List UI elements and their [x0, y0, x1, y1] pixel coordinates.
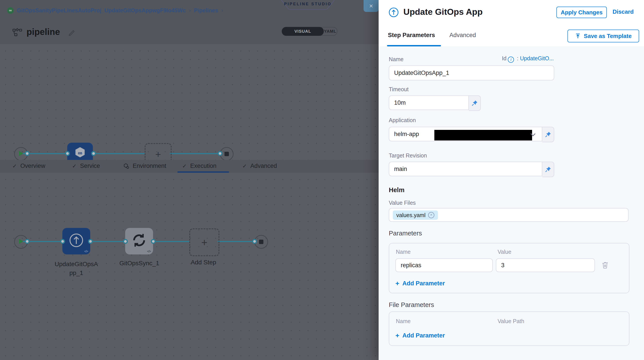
drawer-header: Update GitOps App Apply Changes Discard [378, 0, 644, 26]
close-drawer-button[interactable]: × [364, 0, 378, 12]
stop-icon [224, 152, 229, 156]
step-node-gitops-sync[interactable]: </> [125, 228, 153, 254]
info-icon[interactable]: i [508, 56, 514, 63]
value-file-chip: values.yaml × [393, 210, 438, 220]
breadcrumb-project-link[interactable]: GitOpsSanityPipeLinesAutoProj_UpdateGitO… [17, 7, 186, 14]
connector-line [170, 153, 220, 154]
pushpin-icon [545, 131, 551, 138]
add-step-button[interactable]: + [189, 228, 220, 256]
svg-text:∞: ∞ [78, 150, 82, 156]
play-icon [19, 151, 23, 156]
node-port[interactable] [218, 151, 222, 156]
tab-advanced[interactable]: Advanced [450, 32, 476, 39]
breadcrumb-pipelines-link[interactable]: Pipelines [194, 7, 218, 14]
node-port[interactable] [252, 239, 257, 244]
tab-label: Environment [133, 163, 166, 170]
pipeline-studio-canvas-area: ∞ GitOpsSanityPipeLinesAutoProj_UpdateGi… [0, 0, 379, 360]
step-parameters-form: Name Idi : UpdateGitO... Timeout Applica… [378, 46, 644, 360]
pushpin-icon [545, 166, 551, 173]
file-parameters-heading: File Parameters [389, 301, 434, 309]
pushpin-icon [471, 100, 478, 106]
node-port[interactable] [60, 239, 65, 244]
step-config-drawer: Update GitOps App Apply Changes Discard … [378, 0, 644, 360]
application-select[interactable]: helm-app [389, 127, 542, 141]
id-value-link[interactable]: UpdateGitO... [520, 55, 554, 61]
id-separator: : [517, 55, 518, 61]
discard-button[interactable]: Discard [612, 8, 634, 15]
pipeline-header: pipeline VISUAL YAML [0, 21, 379, 45]
node-port[interactable] [151, 239, 156, 244]
step-node-update-gitops-app[interactable]: </> [62, 228, 90, 254]
tab-label: Advanced [250, 163, 277, 170]
stop-icon [259, 240, 264, 244]
save-as-template-label: Save as Template [584, 33, 632, 39]
file-param-value-path-header: Value Path [498, 318, 524, 325]
execution-canvas[interactable]: </> </> + UpdateGit [0, 173, 379, 360]
timeout-input[interactable] [389, 95, 469, 110]
pipeline-studio-badge: PIPELINE STUDIO [280, 0, 335, 10]
node-port[interactable] [25, 151, 30, 156]
timeout-pin-button[interactable] [469, 95, 481, 111]
add-parameter-label: Add Parameter [402, 332, 445, 339]
check-icon: ✓ [12, 163, 17, 169]
name-input[interactable] [389, 65, 554, 80]
code-badge-icon: </> [84, 250, 88, 253]
tab-label: Overview [20, 163, 45, 170]
node-port[interactable] [123, 239, 128, 244]
redaction-overlay [434, 130, 532, 141]
tab-service[interactable]: ✓ Service [72, 163, 100, 170]
apply-changes-button[interactable]: Apply Changes [556, 7, 607, 18]
toggle-yaml[interactable]: YAML [323, 27, 337, 35]
param-name-input[interactable] [396, 258, 493, 272]
pipeline-studio-app: ∞ GitOpsSanityPipeLinesAutoProj_UpdateGi… [0, 0, 644, 360]
delete-row-icon[interactable] [602, 261, 608, 269]
application-pin-button[interactable] [542, 127, 554, 142]
timeout-label: Timeout [389, 86, 408, 93]
value-files-label: Value Files [389, 200, 416, 206]
tab-step-parameters[interactable]: Step Parameters [388, 32, 435, 39]
visual-yaml-toggle: VISUAL YAML [282, 27, 338, 36]
param-name-header: Name [396, 249, 411, 255]
chevron-down-icon[interactable] [530, 133, 536, 137]
plus-icon: + [396, 280, 400, 287]
application-label: Application [389, 117, 416, 124]
tab-overview[interactable]: ✓ Overview [12, 163, 45, 170]
tab-environment[interactable]: Environment [124, 163, 166, 170]
tab-label: Execution [190, 163, 216, 170]
target-revision-label: Target Revision [389, 152, 427, 159]
edit-pencil-icon[interactable] [68, 29, 75, 36]
node-port[interactable] [88, 239, 93, 244]
check-icon: ✓ [242, 163, 247, 169]
add-parameter-button[interactable]: + Add Parameter [396, 280, 445, 287]
value-files-input[interactable]: values.yaml × [389, 208, 628, 222]
node-port[interactable] [25, 239, 30, 244]
node-port[interactable] [91, 151, 96, 156]
pipeline-title: pipeline [26, 27, 60, 37]
target-revision-input[interactable] [389, 162, 542, 176]
file-parameters-card: Name Value Path + Add Parameter [389, 311, 630, 346]
pipeline-flowchart-icon [12, 28, 22, 37]
save-as-template-button[interactable]: Save as Template [568, 30, 639, 42]
add-parameter-label: Add Parameter [402, 280, 445, 287]
param-value-header: Value [498, 249, 511, 255]
connector-line [90, 241, 125, 242]
upload-icon [575, 33, 581, 39]
toggle-visual[interactable]: VISUAL [282, 27, 324, 36]
chip-remove-icon[interactable]: × [428, 212, 434, 218]
add-file-parameter-button[interactable]: + Add Parameter [396, 332, 445, 339]
tab-advanced[interactable]: ✓ Advanced [242, 163, 277, 170]
check-icon: ✓ [182, 163, 187, 169]
step-node-label: GitOpsSync_1 [114, 260, 164, 267]
parameters-card: Name Value + Add Parameter [389, 243, 630, 293]
drawer-tab-bar: Step Parameters Advanced Save as Templat… [378, 25, 644, 47]
breadcrumb: ∞ GitOpsSanityPipeLinesAutoProj_UpdateGi… [7, 7, 223, 14]
param-value-input[interactable] [496, 258, 595, 272]
target-revision-pin-button[interactable] [542, 162, 554, 177]
node-port[interactable] [65, 151, 70, 156]
drawer-title: Update GitOps App [404, 7, 482, 17]
chevron-right-icon: › [221, 7, 223, 14]
check-icon: ✓ [72, 163, 76, 169]
connector-line [218, 241, 255, 242]
tab-execution[interactable]: ✓ Execution [182, 163, 216, 170]
stage-canvas[interactable]: ∞ </> + stage Add Stage [0, 44, 379, 160]
